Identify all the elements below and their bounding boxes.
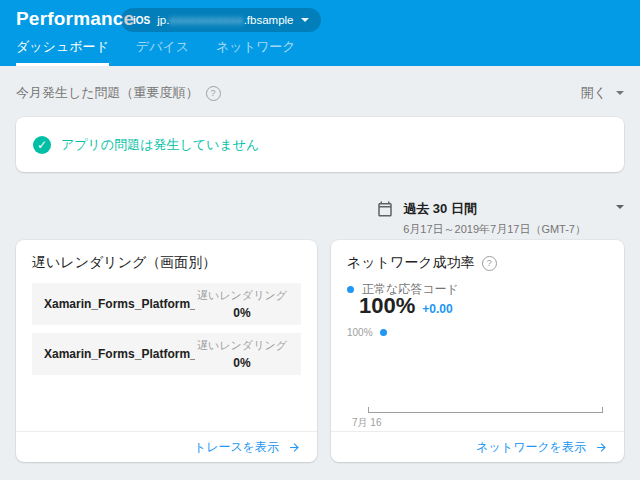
network-success-card: ネットワーク成功率 ? 正常な応答コード 100% +0.00 100% 7月 … [331,240,624,462]
slow-rendering-card-title: 遅いレンダリング（画面別） [32,254,216,272]
date-range-labels: 過去 30 日間 6月17日～2019年7月17日（GMT-7） [403,200,586,237]
chevron-down-icon [301,18,309,22]
app-id-suffix: .fbsample [244,14,294,26]
issues-title-text: 今月発生した問題（重要度順） [16,84,199,102]
current-value: 100% +0.00 [359,293,453,319]
chart-y-tick-row: 100% [347,327,387,338]
tab-network[interactable]: ネットワーク [216,38,296,66]
app-id-prefix: jp. [157,14,169,26]
screen-rendering-row[interactable]: Xamarin_Forms_Platform_iOS… 遅いレンダリング 0% [32,283,301,325]
network-card-footer: ネットワークを表示 [331,431,624,462]
screen-metric: 遅いレンダリング 0% [195,338,289,370]
data-point-dot [380,329,387,336]
slow-rendering-title-text: 遅いレンダリング（画面別） [32,254,216,272]
success-rate-value: 100% [359,293,415,319]
view-traces-label: トレースを表示 [194,439,279,456]
network-card-title: ネットワーク成功率 ? [347,254,497,272]
page-title: Performance [16,8,134,30]
y-axis-tick-label: 100% [347,327,373,338]
date-range-detail: 6月17日～2019年7月17日（GMT-7） [403,222,586,237]
app-id-censored: xxxxxxxxxxx [169,14,243,26]
slow-rendering-card-footer: トレースを表示 [16,431,317,462]
app-id-label: jp. xxxxxxxxxxx .fbsample [157,14,293,26]
issues-expand-toggle[interactable]: 開く [581,84,624,102]
date-range-preset: 過去 30 日間 [403,200,586,218]
chevron-down-icon [616,91,624,95]
tab-devices[interactable]: デバイス [136,38,189,66]
view-network-link[interactable]: ネットワークを表示 [476,439,608,456]
issues-section-header: 今月発生した問題（重要度順） ? 開く [16,84,624,102]
issues-expand-label: 開く [581,84,607,102]
tab-bar: ダッシュボード デバイス ネットワーク [16,38,296,66]
no-issues-card: ✓ アプリの問題は発生していません [16,117,624,172]
chevron-down-icon [616,205,624,209]
issues-section-title: 今月発生した問題（重要度順） ? [16,84,221,102]
no-issues-message: アプリの問題は発生していません [61,136,259,154]
screen-rendering-row[interactable]: Xamarin_Forms_Platform_iOS… 遅いレンダリング 0% [32,333,301,375]
screen-name: Xamarin_Forms_Platform_iOS… [44,297,195,311]
network-title-text: ネットワーク成功率 [347,254,475,272]
metric-value: 0% [195,306,289,320]
tab-dashboard[interactable]: ダッシュボード [16,38,109,66]
x-axis-tick-label: 7月 16 [352,416,381,430]
screen-name: Xamarin_Forms_Platform_iOS… [44,347,195,361]
platform-badge: iOS [133,15,150,26]
view-network-label: ネットワークを表示 [476,439,586,456]
screen-metric: 遅いレンダリング 0% [195,288,289,320]
date-range-selector[interactable]: 過去 30 日間 6月17日～2019年7月17日（GMT-7） [376,200,624,237]
metric-value: 0% [195,356,289,370]
metric-label: 遅いレンダリング [195,338,289,353]
check-circle-icon: ✓ [33,136,51,154]
arrow-forward-icon [595,441,608,454]
view-traces-link[interactable]: トレースを表示 [194,439,301,456]
arrow-forward-icon [288,441,301,454]
calendar-icon [376,200,394,218]
legend-dot-icon [347,286,354,293]
app-selector-dropdown[interactable]: iOS jp. xxxxxxxxxxx .fbsample [121,8,321,32]
help-icon[interactable]: ? [206,86,221,101]
metric-label: 遅いレンダリング [195,288,289,303]
help-icon[interactable]: ? [482,256,497,271]
slow-rendering-card: 遅いレンダリング（画面別） Xamarin_Forms_Platform_iOS… [16,240,317,462]
app-header: Performance iOS jp. xxxxxxxxxxx .fbsampl… [0,0,640,66]
chart-x-axis [368,407,603,413]
success-rate-delta: +0.00 [422,302,452,316]
performance-dashboard: Performance iOS jp. xxxxxxxxxxx .fbsampl… [0,0,640,480]
